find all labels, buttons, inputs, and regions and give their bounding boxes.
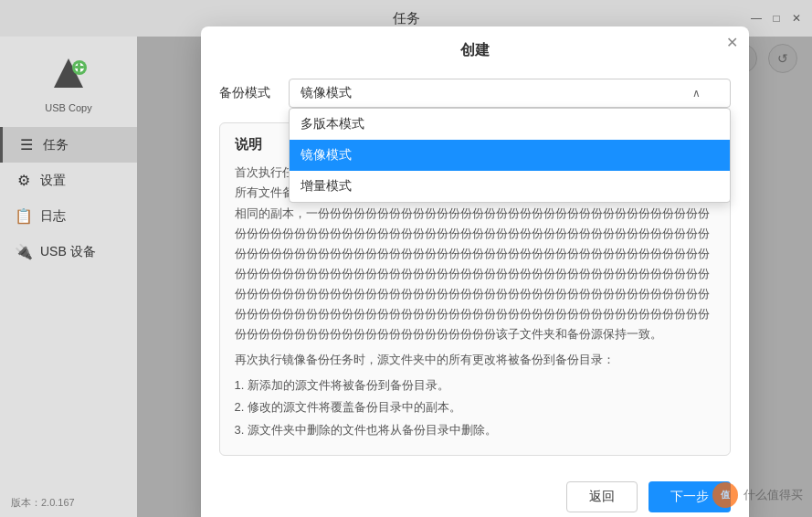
- sidebar-item-logs[interactable]: 📋 日志: [0, 198, 137, 234]
- selected-mode-label: 镜像模式: [301, 85, 352, 101]
- title-bar-controls: — □ ✕: [748, 10, 805, 26]
- chevron-up-icon: ∧: [692, 87, 701, 100]
- create-dialog: 创建 ✕ 备份模式 镜像模式 ∧ 多版本模式: [201, 26, 749, 517]
- description-content: 首次执行任务时，会在备份目的地创建一个与源文件夹名相同的子文件夹，并将源文件夹中…: [235, 163, 715, 439]
- dropdown-item-multiversion[interactable]: 多版本模式: [290, 109, 730, 140]
- sidebar-item-tasks-label: 任务: [43, 137, 69, 153]
- desc-list-3: 3. 源文件夹中删除的文件也将从备份目录中删除。: [235, 420, 715, 440]
- sidebar-item-tasks[interactable]: ☰ 任务: [0, 127, 137, 163]
- sidebar-item-settings[interactable]: ⚙ 设置: [0, 163, 137, 198]
- desc-list-2: 2. 修改的源文件将覆盖备份目录中的副本。: [235, 397, 715, 417]
- desc-list-1: 1. 新添加的源文件将被备份到备份目录。: [235, 375, 715, 396]
- version-label: 版本：2.0.167: [0, 489, 137, 517]
- dialog-title: 创建: [219, 41, 731, 60]
- dialog-footer: 返回 下一步: [201, 470, 749, 517]
- backup-mode-dropdown: 多版本模式 镜像模式 增量模式: [289, 108, 731, 203]
- backup-mode-label: 备份模式: [219, 85, 274, 101]
- watermark-area: 值 什么值得买: [712, 482, 803, 508]
- app-name-label: USB Copy: [45, 102, 91, 113]
- sidebar-item-usb[interactable]: 🔌 USB 设备: [0, 234, 137, 269]
- sidebar-logo: USB Copy: [0, 46, 137, 127]
- sidebar-item-usb-label: USB 设备: [40, 244, 96, 260]
- tasks-icon: ☰: [17, 136, 36, 153]
- desc-para-1: 再次执行镜像备份任务时，源文件夹中的所有更改将被备份到备份目录：: [235, 350, 715, 370]
- main-content: ▷ ↺ 创建 ✕ 备份模式: [137, 37, 812, 517]
- watermark-badge: 值: [712, 482, 738, 508]
- dialog-header: 创建 ✕: [201, 26, 749, 71]
- usb-icon: 🔌: [15, 243, 33, 260]
- dropdown-item-incremental[interactable]: 增量模式: [290, 171, 730, 202]
- app-logo-icon: [47, 55, 90, 99]
- watermark-text: 什么值得买: [743, 487, 803, 503]
- app-container: USB Copy ☰ 任务 ⚙ 设置 📋 日志 🔌 USB 设备 版本：2.0.…: [0, 37, 812, 517]
- sidebar-item-settings-label: 设置: [40, 173, 66, 189]
- dialog-overlay: 创建 ✕ 备份模式 镜像模式 ∧ 多版本模式: [137, 37, 812, 517]
- sidebar: USB Copy ☰ 任务 ⚙ 设置 📋 日志 🔌 USB 设备 版本：2.0.…: [0, 37, 137, 517]
- sidebar-item-logs-label: 日志: [40, 208, 66, 225]
- logs-icon: 📋: [15, 207, 33, 225]
- dropdown-item-mirror[interactable]: 镜像模式: [290, 140, 730, 171]
- settings-icon: ⚙: [15, 172, 33, 189]
- close-button[interactable]: ✕: [788, 10, 805, 26]
- minimize-button[interactable]: —: [748, 10, 765, 26]
- dialog-close-button[interactable]: ✕: [726, 36, 738, 50]
- backup-mode-row: 备份模式 镜像模式 ∧ 多版本模式 镜像模式: [201, 71, 749, 119]
- title-bar-title: 任务: [393, 10, 420, 27]
- backup-mode-select-wrapper: 镜像模式 ∧ 多版本模式 镜像模式 增量模式: [289, 79, 731, 108]
- backup-mode-select[interactable]: 镜像模式 ∧: [289, 79, 731, 108]
- back-button[interactable]: 返回: [566, 481, 638, 512]
- svg-rect-4: [78, 63, 80, 72]
- maximize-button[interactable]: □: [768, 10, 785, 26]
